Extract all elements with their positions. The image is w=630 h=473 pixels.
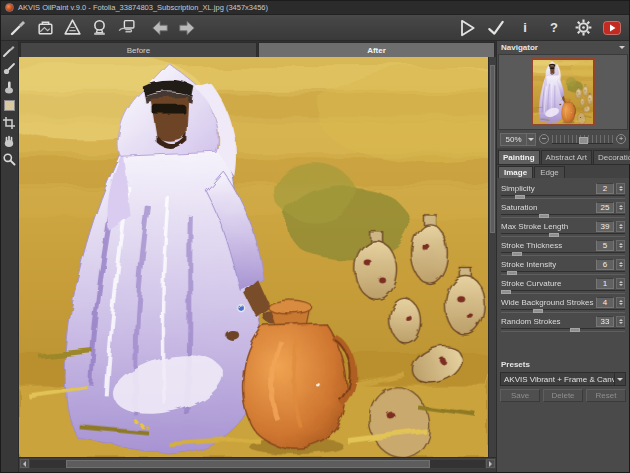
slider-handle[interactable]	[515, 195, 525, 199]
navigator-collapse-icon[interactable]	[619, 46, 625, 52]
param-value-input[interactable]: 39	[596, 221, 614, 232]
smudge-brush-tool[interactable]	[1, 61, 17, 77]
finger-smudge-tool[interactable]	[1, 79, 17, 95]
view-tabbar: Before After	[19, 41, 496, 57]
file-tool-group	[7, 17, 137, 39]
open-image-button[interactable]	[34, 17, 56, 39]
param-slider[interactable]	[501, 290, 625, 294]
vertical-scroll-thumb[interactable]	[490, 65, 495, 233]
zoom-slider-handle[interactable]	[579, 137, 588, 144]
horizontal-scroll-thumb[interactable]	[66, 460, 430, 468]
slider-handle[interactable]	[501, 290, 511, 294]
crop-tool[interactable]	[1, 115, 17, 131]
redo-button[interactable]	[176, 17, 198, 39]
param-stroke-intensity: Stroke Intensity6	[501, 258, 625, 275]
help-button[interactable]: ?	[543, 17, 565, 39]
param-value-input[interactable]: 2	[596, 183, 614, 194]
param-max-stroke-length: Max Stroke Length39	[501, 220, 625, 237]
param-slider[interactable]	[501, 328, 625, 332]
bottom-strip	[19, 469, 496, 472]
zoom-tool[interactable]	[1, 151, 17, 167]
save-image-button[interactable]	[61, 17, 83, 39]
param-spinner[interactable]	[616, 278, 625, 289]
navigator-header: Navigator	[497, 41, 629, 54]
apply-button[interactable]	[485, 17, 507, 39]
tab-decoration[interactable]: Decoration	[593, 150, 630, 164]
horizontal-scroll-track[interactable]	[30, 460, 485, 468]
horizontal-scrollbar[interactable]	[19, 457, 496, 469]
param-slider[interactable]	[501, 195, 625, 199]
print-button[interactable]	[88, 17, 110, 39]
brush-tool-icon[interactable]	[7, 17, 29, 39]
param-spinner[interactable]	[616, 259, 625, 270]
param-simplicity: Simplicity2	[501, 182, 625, 199]
zoom-in-button[interactable]: +	[616, 134, 626, 144]
param-slider[interactable]	[501, 309, 625, 313]
param-slider[interactable]	[501, 214, 625, 218]
sub-tabs: Image Edge	[497, 164, 629, 178]
slider-handle[interactable]	[533, 309, 543, 313]
scroll-left-arrow[interactable]	[20, 459, 29, 468]
slider-handle[interactable]	[507, 271, 517, 275]
navigator-thumbnail[interactable]	[531, 58, 595, 126]
undo-button[interactable]	[149, 17, 171, 39]
param-spinner[interactable]	[616, 297, 625, 308]
hand-tool[interactable]	[1, 133, 17, 149]
left-tool-column	[1, 41, 19, 472]
zoom-controls: 50% − +	[497, 130, 629, 148]
tab-abstract-art[interactable]: Abstract Art	[541, 150, 592, 164]
param-value-input[interactable]: 1	[596, 278, 614, 289]
preset-dropdown[interactable]: AKVIS Vibrant + Frame & Canvas*	[500, 372, 626, 386]
vertical-scrollbar[interactable]	[488, 57, 496, 457]
zoom-slider[interactable]	[552, 135, 613, 144]
param-spinner[interactable]	[616, 183, 625, 194]
zoom-out-button[interactable]: −	[539, 134, 549, 144]
color-swatch[interactable]	[1, 97, 17, 113]
slider-handle[interactable]	[570, 328, 580, 332]
tab-edge[interactable]: Edge	[534, 166, 565, 178]
delete-preset-button[interactable]: Delete	[543, 389, 583, 402]
tab-image[interactable]: Image	[498, 166, 533, 178]
action-tool-group: i ?	[456, 17, 623, 39]
canvas-zone: Before After	[19, 41, 496, 472]
navigator-thumbnail-area	[498, 54, 628, 130]
param-slider[interactable]	[501, 271, 625, 275]
param-spinner[interactable]	[616, 202, 625, 213]
slider-handle[interactable]	[549, 233, 559, 237]
slider-handle[interactable]	[539, 214, 549, 218]
param-slider[interactable]	[501, 252, 625, 256]
tab-before[interactable]: Before	[20, 42, 257, 57]
window-title: AKVIS OilPaint v.9.0 - Fotolia_33874803_…	[18, 3, 268, 12]
navigator-title: Navigator	[501, 43, 619, 52]
run-button[interactable]	[456, 17, 478, 39]
param-value-input[interactable]: 4	[596, 297, 614, 308]
slider-handle[interactable]	[512, 252, 522, 256]
param-slider[interactable]	[501, 233, 625, 237]
main-area: Before After	[1, 41, 629, 472]
right-panel: Navigator 50% − + Painting	[496, 41, 629, 472]
param-value-input[interactable]: 33	[596, 316, 614, 327]
top-toolbar: i ?	[1, 15, 629, 41]
save-preset-button[interactable]: Save	[500, 389, 540, 402]
parameter-list: Simplicity2 Saturation25 Max Stroke Leng…	[497, 178, 629, 332]
scroll-right-arrow[interactable]	[486, 459, 495, 468]
canvas-image[interactable]	[19, 57, 488, 457]
info-button[interactable]: i	[514, 17, 536, 39]
tab-after[interactable]: After	[258, 42, 495, 57]
video-tutorial-button[interactable]	[601, 17, 623, 39]
param-spinner[interactable]	[616, 221, 625, 232]
tab-painting[interactable]: Painting	[498, 150, 540, 164]
param-value-input[interactable]: 5	[596, 240, 614, 251]
param-value-input[interactable]: 25	[596, 202, 614, 213]
zoom-level-dropdown[interactable]: 50%	[500, 133, 536, 146]
param-spinner[interactable]	[616, 240, 625, 251]
app-window: AKVIS OilPaint v.9.0 - Fotolia_33874803_…	[0, 0, 630, 473]
reset-preset-button[interactable]: Reset	[586, 389, 626, 402]
preferences-button[interactable]	[572, 17, 594, 39]
param-spinner[interactable]	[616, 316, 625, 327]
param-value-input[interactable]: 6	[596, 259, 614, 270]
param-wide-background-strokes: Wide Background Strokes4	[501, 296, 625, 313]
info-icon: i	[523, 21, 527, 34]
share-button[interactable]	[115, 17, 137, 39]
preview-brush-tool[interactable]	[1, 43, 17, 59]
